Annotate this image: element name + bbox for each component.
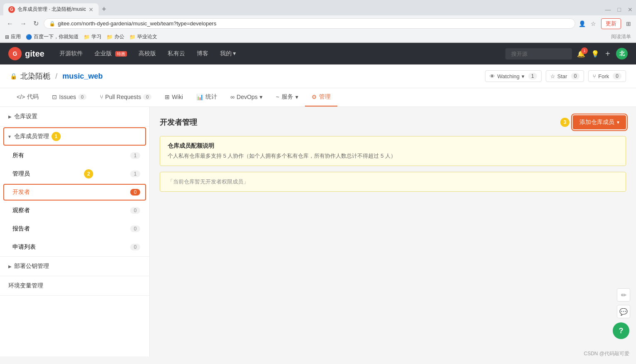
bookmark-icon[interactable]: ☆	[591, 20, 596, 27]
repo-header: 🔒 北染陌栀 / music_web 👁 Watching ▾ 1 ☆ Star…	[0, 64, 636, 88]
nav-links: 开源软件 企业版 特惠 高校版 私有云 博客 我的 ▾	[54, 47, 506, 60]
tab-issues[interactable]: ⊡ Issues 0	[45, 89, 93, 106]
arrow-right-deploy-icon: ▶	[8, 264, 12, 269]
extension-icon[interactable]: ⊞	[626, 20, 631, 27]
minimize-icon[interactable]: —	[605, 6, 611, 13]
forward-button[interactable]: →	[18, 18, 28, 29]
pulls-count: 0	[143, 94, 151, 100]
star-button[interactable]: ☆ Star 0	[546, 70, 584, 82]
sidebar-item-admin[interactable]: 管理员 1 2	[0, 165, 149, 183]
arrow-right-icon: ▶	[8, 114, 12, 119]
tab-devops[interactable]: ∞ DevOps ▾	[224, 89, 270, 106]
sidebar-item-reporter[interactable]: 报告者 0	[0, 220, 149, 238]
watch-button[interactable]: 👁 Watching ▾ 1	[485, 70, 541, 82]
nav-mine[interactable]: 我的 ▾	[215, 47, 241, 60]
tab-wiki[interactable]: ⊞ Wiki	[158, 89, 189, 106]
lightbulb-icon[interactable]: 💡	[591, 50, 599, 58]
help-button[interactable]: ?	[613, 322, 629, 339]
applications-count: 0	[130, 244, 140, 250]
eye-icon: 👁	[490, 73, 495, 79]
url-box[interactable]: 🔒 gitee.com/north-dyed-gardenia/music_we…	[44, 18, 575, 29]
stats-icon: 📊	[196, 94, 203, 100]
gitee-logo[interactable]: G gitee	[8, 47, 45, 60]
fork-button[interactable]: ⑂ Fork 0	[588, 70, 626, 82]
tab-code[interactable]: </> 代码	[10, 88, 45, 106]
chat-icon[interactable]: 💬	[617, 305, 630, 318]
folder-icon: 📁	[84, 34, 90, 40]
baidu-icon: 🔵	[26, 34, 32, 40]
folder-thesis-icon: 📁	[129, 34, 136, 40]
close-icon[interactable]: ✕	[628, 6, 633, 13]
tab-title: 仓库成员管理 · 北染陌栀/music	[17, 6, 86, 13]
page-title: 开发者管理	[160, 117, 197, 127]
bookmark-apps[interactable]: ⊞ 应用	[5, 33, 21, 40]
deploy-keys-header[interactable]: ▶ 部署公钥管理	[0, 257, 149, 276]
annotation-3-badge: 3	[560, 118, 569, 127]
edit-icon[interactable]: ✏	[617, 288, 630, 302]
csdn-watermark: CSDN @代码敲可爱	[584, 350, 629, 357]
sidebar-item-watcher[interactable]: 观察者 0	[0, 201, 149, 220]
repo-actions: 👁 Watching ▾ 1 ☆ Star 0 ⑂ Fork 0	[485, 70, 626, 82]
annotation-1-badge: 1	[52, 132, 61, 141]
env-vars-header[interactable]: 环境变量管理	[0, 276, 149, 295]
services-icon: ~	[276, 94, 279, 100]
nav-blog[interactable]: 博客	[192, 47, 213, 60]
repo-owner[interactable]: 北染陌栀	[20, 71, 50, 81]
repo-settings-header[interactable]: ▶ 仓库设置	[0, 107, 149, 126]
bookmark-work[interactable]: 📁 办公	[106, 33, 124, 40]
reading-list[interactable]: 阅读清单	[611, 33, 631, 40]
gitee-logo-icon: G	[8, 47, 22, 60]
empty-state-box: 「当前仓库暂无开发者权限成员」	[160, 172, 626, 192]
profile-icon[interactable]: 👤	[579, 20, 586, 27]
tab-manage[interactable]: ⚙ 管理	[305, 88, 337, 106]
bookmark-baidu[interactable]: 🔵 百度一下，你就知道	[26, 33, 79, 40]
reload-button[interactable]: ↻	[32, 18, 40, 29]
members-management-header[interactable]: ▼ 仓库成员管理 1	[3, 127, 146, 146]
url-text: gitee.com/north-dyed-gardenia/music_web/…	[58, 20, 570, 27]
pull-request-icon: ⑂	[100, 94, 103, 100]
content-header: 开发者管理 3 添加仓库成员 ▾	[160, 115, 626, 129]
nav-private-cloud[interactable]: 私有云	[163, 47, 190, 60]
apps-icon: ⊞	[5, 34, 9, 40]
star-count: 0	[571, 73, 580, 79]
maximize-icon[interactable]: □	[618, 6, 621, 13]
tab-pulls[interactable]: ⑂ Pull Requests 0	[93, 89, 158, 106]
new-tab-button[interactable]: +	[99, 3, 110, 15]
sidebar: ▶ 仓库设置 ▼ 仓库成员管理 1 所有 1 管理员 1 2	[0, 107, 150, 357]
active-tab[interactable]: G 仓库成员管理 · 北染陌栀/music ✕	[3, 3, 99, 15]
nav-university[interactable]: 高校版	[134, 47, 161, 60]
notification-icon[interactable]: 🔔 1	[577, 50, 585, 58]
repo-name[interactable]: music_web	[62, 72, 103, 81]
star-icon: ☆	[550, 73, 555, 79]
admin-count: 1	[130, 171, 140, 177]
arrow-down-icon: ▼	[7, 134, 12, 139]
bookmark-study[interactable]: 📁 学习	[84, 33, 101, 40]
all-count: 1	[130, 152, 140, 159]
nav-enterprise[interactable]: 企业版 特惠	[89, 47, 132, 60]
nav-opensource[interactable]: 开源软件	[54, 47, 88, 60]
user-avatar[interactable]: 北	[616, 48, 628, 59]
sidebar-item-applications[interactable]: 申请列表 0	[0, 238, 149, 256]
bookmark-thesis[interactable]: 📁 毕业论文	[129, 33, 157, 40]
search-input[interactable]	[505, 48, 572, 59]
watcher-count: 0	[130, 207, 140, 214]
repo-title: 🔒 北染陌栀 / music_web	[10, 71, 103, 81]
sidebar-env-vars: 环境变量管理	[0, 276, 149, 296]
tab-favicon: G	[8, 6, 15, 13]
repo-tabs: </> 代码 ⊡ Issues 0 ⑂ Pull Requests 0 ⊞ Wi…	[0, 88, 636, 107]
sidebar-item-developer[interactable]: 开发者 0	[3, 184, 146, 201]
sidebar-item-all[interactable]: 所有 1	[0, 146, 149, 165]
repo-lock-icon: 🔒	[10, 73, 17, 79]
tab-services[interactable]: ~ 服务 ▾	[269, 88, 304, 106]
main-content: 开发者管理 3 添加仓库成员 ▾ 仓库成员配额说明 个人私有仓库最多支持 5 人…	[150, 107, 636, 357]
dropdown-arrow-icon: ▾	[617, 119, 619, 125]
fork-icon: ⑂	[593, 73, 596, 79]
add-member-button[interactable]: 添加仓库成员 ▾	[573, 115, 626, 129]
dropdown-arrow-icon: ▾	[522, 73, 525, 79]
add-icon[interactable]: +	[605, 49, 610, 59]
back-button[interactable]: ←	[5, 18, 15, 29]
close-tab-button[interactable]: ✕	[89, 6, 94, 13]
lock-icon: 🔒	[49, 21, 55, 27]
tab-stats[interactable]: 📊 统计	[190, 88, 224, 106]
update-button[interactable]: 更新	[601, 18, 621, 29]
